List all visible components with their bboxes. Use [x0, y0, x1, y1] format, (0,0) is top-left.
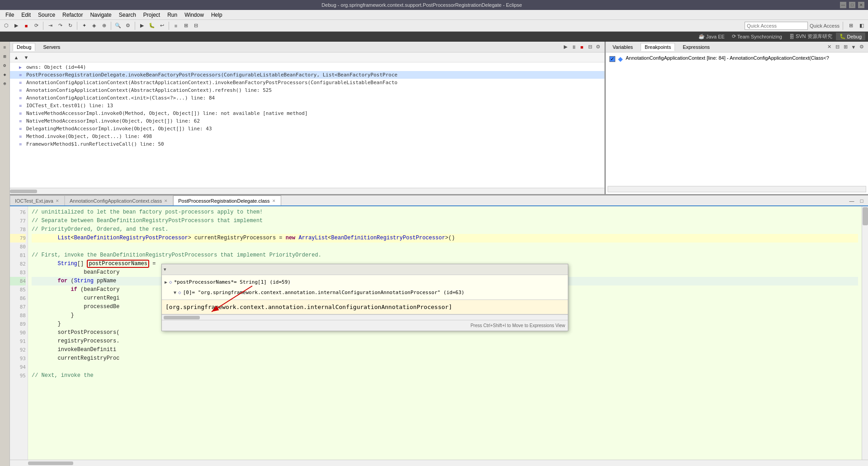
menu-navigate[interactable]: Navigate: [86, 11, 115, 19]
debug-terminate-btn[interactable]: ■: [578, 43, 585, 51]
left-sidebar: ≡ ⊞ ⚙ ◈ ⊕: [0, 42, 10, 466]
menu-search[interactable]: Search: [115, 11, 140, 19]
perspective-java-ee[interactable]: ☕ Java EE: [695, 33, 728, 40]
menu-edit[interactable]: Edit: [18, 11, 34, 19]
popup-tree-item-child[interactable]: ▼ ◇ [0]= "org.springframework.context.an…: [165, 287, 565, 298]
breakpoint-item-0[interactable]: ✓ ◆ AnnotationConfigApplicationContext […: [608, 54, 866, 63]
editor-vscroll-thumb[interactable]: [863, 207, 868, 225]
toolbar-btn-9[interactable]: ⊕: [99, 21, 108, 30]
toolbar-btn-16[interactable]: ⊟: [191, 21, 200, 30]
stack-item-7[interactable]: ≡ NativeMethodAccessorImpl.invoke(Object…: [10, 117, 604, 125]
popup-tree-item-root[interactable]: ▶ ◇ *postProcessorNames*= String[1] (id=…: [165, 277, 565, 287]
vars-btn-5[interactable]: ⚙: [858, 43, 865, 51]
debug-resume-btn[interactable]: ▶: [562, 43, 569, 51]
expand-root-icon[interactable]: ▶: [165, 278, 167, 286]
highlighted-var: postProcessorNames: [87, 260, 149, 268]
tab-variables[interactable]: Variables: [609, 43, 637, 51]
stack-expand-btn[interactable]: ▼: [22, 53, 31, 62]
stack-item-2[interactable]: ≡ AnnotationConfigApplicationContext(Abs…: [10, 79, 604, 86]
stack-item-4[interactable]: ≡ AnnotationConfigApplicationContext.<in…: [10, 94, 604, 102]
menu-window[interactable]: Window: [181, 11, 208, 19]
debug-stack: ▶ owns: Object (id=44) ≡ PostProcessorRe…: [10, 62, 604, 188]
toolbar-btn-1[interactable]: ⬡: [2, 21, 11, 30]
menu-file[interactable]: File: [2, 11, 18, 19]
debug-suspend-btn[interactable]: ⏸: [570, 43, 577, 51]
quick-access-input[interactable]: [745, 22, 808, 30]
toolbar-btn-stop[interactable]: ■: [22, 21, 31, 30]
editor-tab-close-1[interactable]: ✕: [164, 199, 168, 203]
menu-project[interactable]: Project: [140, 11, 164, 19]
vars-btn-4[interactable]: ▼: [850, 43, 857, 51]
toolbar-btn-4[interactable]: ⇥: [46, 21, 55, 30]
editor-tab-close-0[interactable]: ✕: [55, 199, 60, 203]
toolbar-btn-5[interactable]: ↷: [56, 21, 65, 30]
vars-btn-1[interactable]: ✕: [826, 43, 833, 51]
menu-source[interactable]: Source: [34, 11, 59, 19]
toolbar-btn-15[interactable]: ⊞: [181, 21, 190, 30]
stack-item-10[interactable]: ≡ FrameworkMethod$1.runReflectiveCall() …: [10, 140, 604, 148]
toolbar-btn-12[interactable]: ▶: [137, 21, 146, 30]
stack-item-6[interactable]: ≡ NativeMethodAccessorImpl.invoke0(Metho…: [10, 109, 604, 117]
sidebar-icon-1[interactable]: ≡: [1, 43, 9, 52]
menu-run[interactable]: Run: [164, 11, 181, 19]
editor-tab-close-2[interactable]: ✕: [272, 199, 276, 203]
stack-item-5[interactable]: ≡ IOCTest_Ext.test01() line: 13: [10, 102, 604, 109]
editor-vscroll[interactable]: [862, 206, 868, 460]
toolbar-btn-debug[interactable]: 🐛: [147, 21, 156, 30]
toolbar-btn-perspective[interactable]: ◧: [857, 21, 866, 30]
maximize-button[interactable]: □: [849, 2, 855, 8]
bp-checkbox-0[interactable]: ✓: [609, 56, 615, 62]
editor-maximize-btn[interactable]: □: [857, 196, 866, 205]
popup-scroll-thumb[interactable]: [164, 316, 200, 319]
stack-item-8[interactable]: ≡ DelegatingMethodAccessorImpl.invoke(Ob…: [10, 125, 604, 133]
toolbar-btn-8[interactable]: ◈: [90, 21, 99, 30]
toolbar-btn-2[interactable]: ▶: [12, 21, 21, 30]
toolbar-btn-11[interactable]: ⚙: [123, 21, 132, 30]
sidebar-icon-3[interactable]: ⚙: [1, 62, 9, 70]
perspective-team-sync[interactable]: ⟳ Team Synchronizing: [728, 33, 786, 40]
sidebar-icon-5[interactable]: ⊕: [1, 80, 9, 88]
tab-servers[interactable]: Servers: [39, 43, 64, 51]
perspective-svn[interactable]: 🗄 SVN 资源库研究: [786, 32, 836, 41]
toolbar-btn-14[interactable]: ≡: [171, 21, 180, 30]
toolbar-separator-2: [77, 22, 77, 30]
toolbar-btn-10[interactable]: 🔍: [113, 21, 123, 30]
editor-hscroll-thumb[interactable]: [28, 461, 73, 465]
debug-hscroll-thumb[interactable]: [10, 190, 37, 193]
code-area[interactable]: // uninitialized to let the bean factory…: [28, 206, 862, 460]
stack-item-1[interactable]: ≡ PostProcessorRegistrationDelegate.invo…: [10, 71, 604, 79]
popup-scrollbar[interactable]: [162, 314, 568, 320]
vars-hscroll[interactable]: [608, 186, 866, 192]
toolbar-btn-3[interactable]: ⟳: [32, 21, 41, 30]
menu-help[interactable]: Help: [208, 11, 226, 19]
stack-collapse-btn[interactable]: ▲: [12, 53, 21, 62]
stack-item-9[interactable]: ≡ Method.invoke(Object, Object...) line:…: [10, 133, 604, 140]
perspective-debug[interactable]: 🐛 Debug: [836, 33, 865, 40]
editor-hscroll[interactable]: [10, 460, 868, 466]
stack-item-0[interactable]: ▶ owns: Object (id=44): [10, 63, 604, 71]
minimize-button[interactable]: —: [840, 2, 846, 8]
debug-hscroll[interactable]: [10, 188, 604, 194]
toolbar-btn-layout[interactable]: ⊞: [846, 21, 855, 30]
menu-refactor[interactable]: Refactor: [59, 11, 86, 19]
stack-icon-6: ≡: [19, 111, 24, 116]
editor-tab-1[interactable]: AnnotationConfigApplicationContext.class…: [65, 195, 173, 205]
editor-tab-2[interactable]: PostProcessorRegistrationDelegate.class …: [173, 195, 281, 205]
editor-tab-0[interactable]: IOCTest_Ext.java ✕: [10, 195, 65, 205]
vars-btn-2[interactable]: ⊟: [834, 43, 841, 51]
tab-debug[interactable]: Debug: [13, 43, 35, 51]
toolbar-btn-6[interactable]: ↻: [66, 21, 75, 30]
editor-minimize-btn[interactable]: —: [847, 196, 856, 205]
stack-item-3[interactable]: ≡ AnnotationConfigApplicationContext(Abs…: [10, 86, 604, 94]
sidebar-icon-2[interactable]: ⊞: [1, 52, 9, 61]
toolbar-btn-13[interactable]: ↩: [157, 21, 166, 30]
debug-disconnect-btn[interactable]: ⊟: [586, 43, 594, 51]
close-button[interactable]: ✕: [858, 2, 864, 8]
expand-child-icon[interactable]: ▼: [174, 288, 176, 297]
sidebar-icon-4[interactable]: ◈: [1, 71, 9, 79]
vars-btn-3[interactable]: ⊞: [842, 43, 849, 51]
debug-settings-btn[interactable]: ⚙: [594, 43, 602, 51]
toolbar-btn-7[interactable]: ✦: [80, 21, 89, 30]
tab-expressions[interactable]: Expressions: [679, 43, 714, 51]
tab-breakpoints[interactable]: Breakpoints: [641, 43, 675, 51]
